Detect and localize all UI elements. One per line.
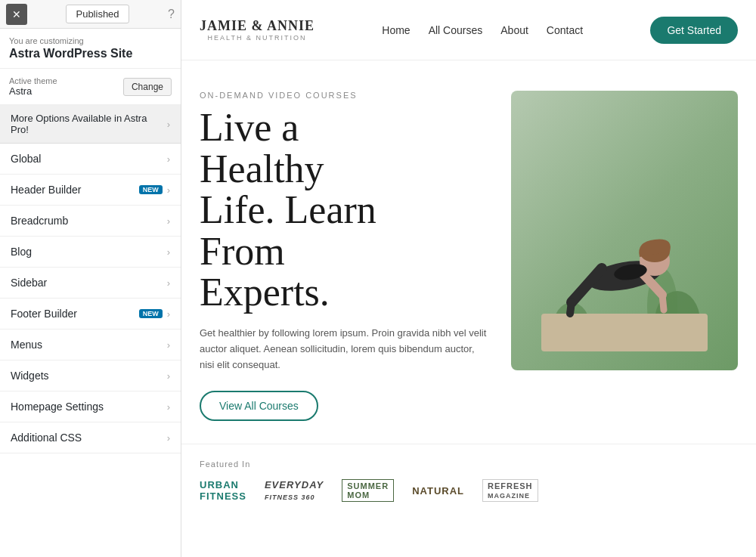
theme-section: Active theme Astra Change	[0, 69, 181, 105]
more-options-bar[interactable]: More Options Available in Astra Pro! ›	[0, 105, 181, 144]
yoga-figure-icon	[541, 110, 708, 351]
close-icon: ✕	[12, 8, 21, 20]
menu-item-label: Breadcrumb	[11, 215, 68, 227]
chevron-right-icon: ›	[167, 277, 170, 289]
customizing-label: You are customizing	[9, 36, 172, 45]
hero-tag: ON-DEMAND VIDEO COURSES	[200, 91, 493, 100]
logo-name: JAMIE & ANNIE	[200, 18, 314, 34]
menu-item-right: NEW›	[139, 308, 170, 320]
nav-links: HomeAll CoursesAboutContact	[382, 24, 583, 36]
menu-item-widgets[interactable]: Widgets›	[0, 361, 181, 391]
chevron-right-icon: ›	[167, 215, 170, 227]
svg-line-6	[570, 302, 572, 314]
chevron-right-icon: ›	[167, 401, 170, 413]
nav-link-contact[interactable]: Contact	[547, 24, 583, 36]
theme-info: Active theme Astra	[9, 76, 57, 97]
nav-link-about[interactable]: About	[500, 24, 528, 36]
menu-item-label: Widgets	[11, 370, 49, 382]
menu-item-label: Sidebar	[11, 277, 47, 289]
menu-item-right: ›	[167, 432, 170, 444]
panel-header: ✕ Published ?	[0, 0, 181, 29]
menu-item-right: ›	[167, 277, 170, 289]
menu-item-right: NEW›	[139, 184, 170, 196]
hero-text: ON-DEMAND VIDEO COURSES Live aHealthyLif…	[200, 91, 493, 421]
menu-item-sidebar[interactable]: Sidebar›	[0, 268, 181, 299]
hero-cta-button[interactable]: View All Courses	[200, 391, 318, 421]
chevron-right-icon: ›	[167, 432, 170, 444]
site-preview: JAMIE & ANNIE HEALTH & NUTRITION HomeAll…	[181, 0, 756, 557]
published-button[interactable]: Published	[66, 5, 129, 23]
chevron-right-icon: ›	[167, 370, 170, 382]
site-title: Astra WordPress Site	[9, 47, 172, 60]
new-badge: NEW	[139, 309, 163, 318]
menu-item-right: ›	[167, 246, 170, 258]
brand-everyday: Everydayfitness 360	[265, 479, 324, 502]
nav-cta-button[interactable]: Get Started	[650, 17, 738, 44]
hero-image	[511, 91, 738, 370]
menu-item-label: Footer Builder	[11, 308, 77, 320]
brand-natural: natural	[412, 485, 464, 497]
close-button[interactable]: ✕	[6, 4, 27, 25]
menu-item-label: Header Builder	[11, 184, 81, 196]
site-navigation: JAMIE & ANNIE HEALTH & NUTRITION HomeAll…	[181, 0, 756, 60]
active-theme-label: Active theme	[9, 76, 57, 85]
menu-item-right: ›	[167, 339, 170, 351]
brand-refresh: REFRESHMAGAZINE	[482, 479, 538, 502]
menu-item-breadcrumb[interactable]: Breadcrumb›	[0, 206, 181, 237]
hero-description: Get healthier by following lorem ipsum. …	[200, 326, 487, 373]
chevron-right-icon: ›	[167, 153, 170, 165]
menu-item-right: ›	[167, 401, 170, 413]
chevron-right-icon: ›	[167, 119, 170, 130]
menu-item-label: Homepage Settings	[11, 401, 104, 413]
menu-item-blog[interactable]: Blog›	[0, 237, 181, 268]
brand-logos: UrbanFitness Everydayfitness 360 SUMMERM…	[200, 479, 738, 502]
menu-item-homepage-settings[interactable]: Homepage Settings›	[0, 391, 181, 422]
menu-item-additional-css[interactable]: Additional CSS›	[0, 422, 181, 453]
menu-item-right: ›	[167, 153, 170, 165]
brands-section: Featured In UrbanFitness Everydayfitness…	[181, 444, 756, 517]
menu-item-label: Blog	[11, 246, 32, 258]
hero-section: ON-DEMAND VIDEO COURSES Live aHealthyLif…	[181, 60, 756, 444]
theme-name: Astra	[9, 85, 57, 97]
menu-item-right: ›	[167, 215, 170, 227]
menu-item-global[interactable]: Global›	[0, 144, 181, 175]
customizing-section: You are customizing Astra WordPress Site	[0, 29, 181, 69]
site-logo: JAMIE & ANNIE HEALTH & NUTRITION	[200, 18, 314, 42]
menu-item-right: ›	[167, 370, 170, 382]
nav-link-home[interactable]: Home	[382, 24, 410, 36]
menu-item-menus[interactable]: Menus›	[0, 330, 181, 361]
logo-subtitle: HEALTH & NUTRITION	[208, 34, 307, 42]
chevron-right-icon: ›	[167, 184, 170, 196]
help-icon[interactable]: ?	[168, 8, 175, 21]
customizer-panel: ✕ Published ? You are customizing Astra …	[0, 0, 181, 557]
hero-image-placeholder	[511, 91, 738, 370]
more-options-label: More Options Available in Astra Pro!	[11, 113, 167, 135]
menu-item-label: Menus	[11, 339, 42, 351]
hero-headline: Live aHealthyLife. LearnFromExperts.	[200, 107, 493, 314]
chevron-right-icon: ›	[167, 339, 170, 351]
menu-item-footer-builder[interactable]: Footer BuilderNEW›	[0, 299, 181, 330]
menu-item-label: Additional CSS	[11, 432, 82, 444]
svg-rect-3	[541, 314, 708, 351]
chevron-right-icon: ›	[167, 308, 170, 320]
change-theme-button[interactable]: Change	[123, 78, 172, 96]
brand-summer: SUMMERMOM	[342, 479, 394, 502]
featured-label: Featured In	[200, 460, 738, 469]
menu-item-header-builder[interactable]: Header BuilderNEW›	[0, 175, 181, 206]
menu-item-label: Global	[11, 153, 41, 165]
chevron-right-icon: ›	[167, 246, 170, 258]
nav-link-all-courses[interactable]: All Courses	[429, 24, 483, 36]
brand-urban: UrbanFitness	[200, 479, 246, 502]
new-badge: NEW	[139, 185, 163, 194]
svg-line-8	[662, 295, 664, 310]
menu-items-list: Global›Header BuilderNEW›Breadcrumb›Blog…	[0, 144, 181, 453]
